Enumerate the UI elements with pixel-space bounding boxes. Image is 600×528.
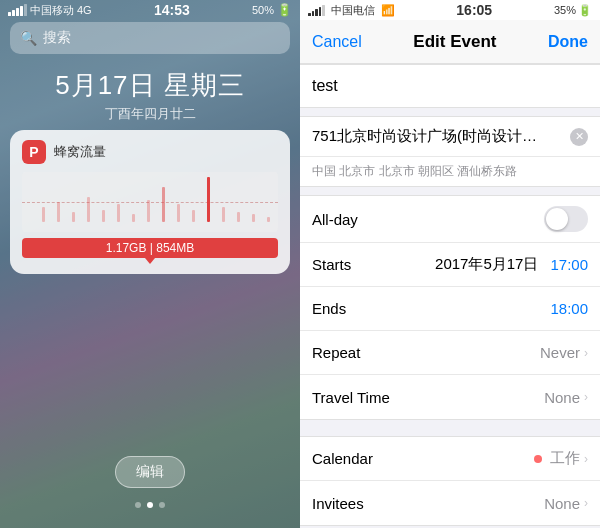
date-main: 5月17日 星期三 bbox=[0, 68, 300, 103]
widget-app-icon: P bbox=[22, 140, 46, 164]
widget-header: P 蜂窝流量 bbox=[22, 140, 278, 164]
location-text: 751北京时尚设计广场(时尚设计… bbox=[312, 127, 570, 146]
chart-bar bbox=[72, 212, 75, 222]
stats-triangle bbox=[145, 258, 155, 264]
status-bar-left: 中国移动 4G 14:53 50% 🔋 bbox=[0, 0, 300, 20]
carrier-right: 中国电信 📶 bbox=[308, 3, 395, 18]
battery-percent-right: 35% bbox=[554, 4, 576, 16]
invitees-value-text: None bbox=[544, 495, 580, 512]
signal-icon-right bbox=[308, 5, 325, 16]
carrier-name: 中国移动 bbox=[30, 3, 74, 18]
date-sub: 丁酉年四月廿二 bbox=[0, 105, 300, 123]
chart-bar bbox=[147, 200, 150, 222]
chart-bar bbox=[237, 212, 240, 222]
ends-label: Ends bbox=[312, 300, 392, 317]
edit-button[interactable]: 编辑 bbox=[115, 456, 185, 488]
nav-title: Edit Event bbox=[413, 32, 496, 52]
chart-bar-active bbox=[207, 177, 210, 222]
time-left: 14:53 bbox=[154, 2, 190, 18]
signal-icon bbox=[8, 4, 27, 16]
done-button[interactable]: Done bbox=[548, 33, 588, 51]
calendar-row[interactable]: Calendar 工作 › bbox=[300, 437, 600, 481]
travel-label: Travel Time bbox=[312, 389, 392, 406]
repeat-value-text: Never bbox=[540, 344, 580, 361]
invitees-label: Invitees bbox=[312, 495, 392, 512]
repeat-label: Repeat bbox=[312, 344, 392, 361]
chart-bar bbox=[132, 214, 135, 222]
invitees-row[interactable]: Invitees None › bbox=[300, 481, 600, 525]
chart-bar bbox=[222, 207, 225, 222]
carrier-name-right: 中国电信 bbox=[331, 3, 375, 18]
starts-time: 17:00 bbox=[550, 256, 588, 273]
ends-row[interactable]: Ends 18:00 bbox=[300, 287, 600, 331]
battery-icon-left: 🔋 bbox=[277, 3, 292, 17]
title-section bbox=[300, 64, 600, 108]
chart-bar bbox=[252, 214, 255, 222]
chevron-right-icon-4: › bbox=[584, 496, 588, 510]
left-panel: 中国移动 4G 14:53 50% 🔋 🔍 搜索 5月17日 星期三 丁酉年四月… bbox=[0, 0, 300, 528]
carrier-info: 中国移动 4G bbox=[8, 3, 92, 18]
widget-title: 蜂窝流量 bbox=[54, 143, 106, 161]
chart-bar bbox=[57, 202, 60, 222]
toggle-knob bbox=[546, 208, 568, 230]
chart-bar bbox=[192, 210, 195, 222]
location-sub: 中国 北京市 北京市 朝阳区 酒仙桥东路 bbox=[300, 157, 600, 186]
travel-value: None › bbox=[392, 389, 588, 406]
dates-section: All-day Starts 2017年5月17日 17:00 Ends bbox=[300, 195, 600, 420]
location-section: 751北京时尚设计广场(时尚设计… ✕ 中国 北京市 北京市 朝阳区 酒仙桥东路 bbox=[300, 116, 600, 187]
battery-info-left: 50% 🔋 bbox=[252, 3, 292, 17]
page-dot-3 bbox=[159, 502, 165, 508]
chart-bar bbox=[177, 204, 180, 222]
calendar-section: Calendar 工作 › Invitees None › bbox=[300, 436, 600, 526]
chart-dashed-line bbox=[22, 202, 278, 203]
travel-value-text: None bbox=[544, 389, 580, 406]
calendar-label: Calendar bbox=[312, 450, 392, 467]
chart-bar bbox=[87, 197, 90, 222]
chart-bar bbox=[162, 187, 165, 222]
stats-box: 1.17GB | 854MB bbox=[22, 238, 278, 258]
calendar-value-text: 工作 bbox=[550, 449, 580, 468]
date-display: 5月17日 星期三 丁酉年四月廿二 bbox=[0, 68, 300, 123]
calendar-value: 工作 › bbox=[392, 449, 588, 468]
page-dot-1 bbox=[135, 502, 141, 508]
right-panel: 中国电信 📶 16:05 35% 🔋 Cancel Edit Event Don… bbox=[300, 0, 600, 528]
allday-label: All-day bbox=[312, 211, 392, 228]
battery-percent-left: 50% bbox=[252, 4, 274, 16]
battery-icon-right: 🔋 bbox=[578, 4, 592, 17]
allday-value bbox=[392, 206, 588, 232]
widget-card: P 蜂窝流量 1.17GB | 854MB bbox=[10, 130, 290, 274]
location-clear-button[interactable]: ✕ bbox=[570, 128, 588, 146]
chevron-right-icon: › bbox=[584, 346, 588, 360]
starts-row[interactable]: Starts 2017年5月17日 17:00 bbox=[300, 243, 600, 287]
widget-chart bbox=[22, 172, 278, 232]
chart-bar bbox=[267, 217, 270, 222]
separator bbox=[300, 428, 600, 436]
chart-bar bbox=[117, 204, 120, 222]
starts-date: 2017年5月17日 bbox=[435, 255, 538, 274]
search-placeholder: 搜索 bbox=[43, 29, 71, 47]
search-icon: 🔍 bbox=[20, 30, 37, 46]
calendar-color-dot bbox=[534, 455, 542, 463]
cancel-button[interactable]: Cancel bbox=[312, 33, 362, 51]
repeat-row[interactable]: Repeat Never › bbox=[300, 331, 600, 375]
ends-value: 18:00 bbox=[392, 300, 588, 317]
form-content: 751北京时尚设计广场(时尚设计… ✕ 中国 北京市 北京市 朝阳区 酒仙桥东路… bbox=[300, 64, 600, 528]
wifi-icon: 📶 bbox=[381, 4, 395, 17]
chart-bar bbox=[42, 207, 45, 222]
battery-info-right: 35% 🔋 bbox=[554, 4, 592, 17]
location-main-row[interactable]: 751北京时尚设计广场(时尚设计… ✕ bbox=[300, 117, 600, 157]
chevron-right-icon-3: › bbox=[584, 452, 588, 466]
travel-row[interactable]: Travel Time None › bbox=[300, 375, 600, 419]
event-title-input[interactable] bbox=[300, 65, 600, 107]
stats-container: 1.17GB | 854MB bbox=[22, 238, 278, 264]
repeat-value: Never › bbox=[392, 344, 588, 361]
status-bar-right: 中国电信 📶 16:05 35% 🔋 bbox=[300, 0, 600, 20]
starts-label: Starts bbox=[312, 256, 392, 273]
search-bar[interactable]: 🔍 搜索 bbox=[10, 22, 290, 54]
chevron-right-icon-2: › bbox=[584, 390, 588, 404]
allday-toggle[interactable] bbox=[544, 206, 588, 232]
invitees-value: None › bbox=[392, 495, 588, 512]
page-dots bbox=[0, 502, 300, 508]
time-right: 16:05 bbox=[456, 2, 492, 18]
page-dot-2 bbox=[147, 502, 153, 508]
